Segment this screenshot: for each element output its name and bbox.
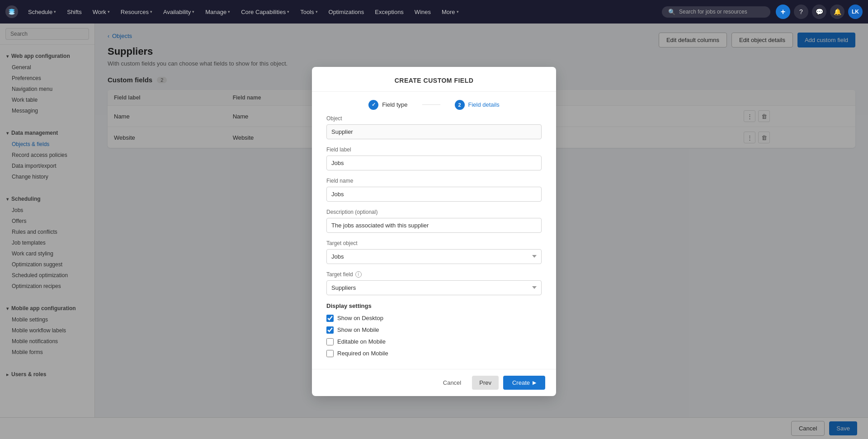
nav-shifts[interactable]: Shifts <box>62 6 86 18</box>
target-object-label: Target object <box>326 240 542 246</box>
form-group-field-label: Field label <box>326 146 542 170</box>
nav-core-capabilities[interactable]: Core Capabilities ▾ <box>236 6 294 18</box>
checkbox-show-mobile: Show on Mobile <box>326 326 542 334</box>
global-search[interactable]: 🔍 Search for jobs or resources <box>662 6 770 18</box>
info-icon[interactable]: i <box>355 271 362 278</box>
nav-wines[interactable]: Wines <box>410 6 435 18</box>
show-mobile-label: Show on Mobile <box>337 326 379 333</box>
field-label-input[interactable] <box>326 156 542 170</box>
show-desktop-label: Show on Desktop <box>337 315 383 321</box>
user-avatar[interactable]: LK <box>848 5 863 19</box>
modal-cancel-button[interactable]: Cancel <box>437 376 467 390</box>
checkbox-editable-mobile: Editable on Mobile <box>326 338 542 345</box>
modal-title: CREATE CUSTOM FIELD <box>312 67 556 92</box>
form-group-target-object: Target object Jobs <box>326 240 542 264</box>
chevron-down-icon: ▾ <box>457 9 459 14</box>
help-icon[interactable]: ? <box>794 5 808 19</box>
required-mobile-label: Required on Mobile <box>337 350 388 357</box>
chevron-down-icon: ▾ <box>192 9 194 14</box>
app-logo[interactable] <box>5 5 18 18</box>
step-2-label: Field details <box>468 101 500 108</box>
nav-tools[interactable]: Tools ▾ <box>296 6 322 18</box>
chevron-down-icon: ▾ <box>316 9 318 14</box>
field-name-input[interactable] <box>326 187 542 202</box>
top-navigation: Schedule ▾ Shifts Work ▾ Resources ▾ Ava… <box>0 0 868 24</box>
search-icon: 🔍 <box>668 9 675 15</box>
topnav-actions: + ? 💬 🔔 LK <box>776 5 863 19</box>
nav-manage[interactable]: Manage ▾ <box>201 6 235 18</box>
chevron-down-icon: ▾ <box>54 9 56 14</box>
nav-resources[interactable]: Resources ▾ <box>116 6 157 18</box>
editable-mobile-checkbox[interactable] <box>326 338 334 345</box>
form-group-field-name: Field name <box>326 178 542 202</box>
notifications-icon[interactable]: 🔔 <box>830 5 844 19</box>
modal-prev-button[interactable]: Prev <box>472 376 499 390</box>
field-name-label: Field name <box>326 178 542 184</box>
object-label: Object <box>326 115 542 122</box>
create-custom-field-modal: CREATE CUSTOM FIELD ✓ Field type 2 Field… <box>312 67 556 396</box>
nav-schedule[interactable]: Schedule ▾ <box>24 6 61 18</box>
modal-create-button[interactable]: Create ▶ <box>503 376 545 390</box>
chat-icon[interactable]: 💬 <box>812 5 826 19</box>
chevron-down-icon: ▾ <box>150 9 152 14</box>
step-divider <box>422 104 440 105</box>
step-2-circle: 2 <box>455 100 465 110</box>
checkbox-required-mobile: Required on Mobile <box>326 350 542 357</box>
form-group-target-field: Target field i Suppliers <box>326 271 542 295</box>
required-mobile-checkbox[interactable] <box>326 350 334 357</box>
step-field-type: ✓ Field type <box>368 100 407 110</box>
cursor-indicator: ▶ <box>533 380 536 386</box>
description-input[interactable] <box>326 218 542 233</box>
chevron-down-icon: ▾ <box>228 9 230 14</box>
target-field-select[interactable]: Suppliers <box>326 280 542 295</box>
nav-exceptions[interactable]: Exceptions <box>370 6 408 18</box>
nav-optimizations[interactable]: Optimizations <box>324 6 369 18</box>
nav-work[interactable]: Work ▾ <box>88 6 114 18</box>
chevron-down-icon: ▾ <box>108 9 110 14</box>
show-mobile-checkbox[interactable] <box>326 326 334 334</box>
show-desktop-checkbox[interactable] <box>326 315 334 322</box>
object-value: Supplier <box>326 124 542 139</box>
chevron-down-icon: ▾ <box>287 9 289 14</box>
modal-overlay: CREATE CUSTOM FIELD ✓ Field type 2 Field… <box>0 24 868 439</box>
step-1-circle: ✓ <box>368 100 378 110</box>
display-settings-title: Display settings <box>326 302 542 309</box>
nav-availability[interactable]: Availability ▾ <box>159 6 199 18</box>
modal-footer: Cancel Prev Create ▶ <box>312 369 556 396</box>
modal-body: Object Supplier Field label Field name D… <box>312 115 556 369</box>
target-field-label: Target field i <box>326 271 542 278</box>
step-1-label: Field type <box>382 101 407 108</box>
target-object-select[interactable]: Jobs <box>326 249 542 264</box>
nav-more[interactable]: More ▾ <box>437 6 463 18</box>
description-label: Description (optional) <box>326 209 542 215</box>
form-group-description: Description (optional) <box>326 209 542 233</box>
add-button[interactable]: + <box>776 5 790 19</box>
step-field-details: 2 Field details <box>455 100 500 110</box>
editable-mobile-label: Editable on Mobile <box>337 338 386 345</box>
modal-steps: ✓ Field type 2 Field details <box>312 92 556 115</box>
field-label-label: Field label <box>326 146 542 153</box>
checkbox-show-desktop: Show on Desktop <box>326 315 542 322</box>
form-group-object: Object Supplier <box>326 115 542 139</box>
